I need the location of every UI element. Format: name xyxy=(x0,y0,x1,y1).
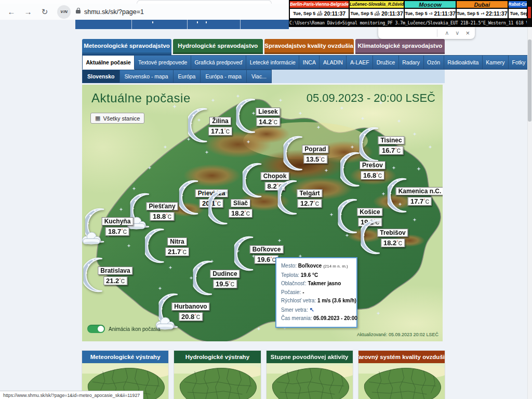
wind-direction-icon: ↖ xyxy=(309,307,314,313)
temp-unit-letter: C xyxy=(123,229,127,235)
temp-unit-letter: C xyxy=(274,119,277,125)
info-weather: - xyxy=(302,289,304,295)
sub-tab-kamery[interactable]: Kamery xyxy=(483,55,509,70)
panel-minimap xyxy=(358,363,445,399)
clock-moscow: MoscowTue, Sep 5+321:11:37 xyxy=(405,1,456,18)
clock-date: Tue, Sep 5 xyxy=(457,11,479,16)
find-close-button[interactable]: × xyxy=(466,30,470,36)
animation-toggle[interactable] xyxy=(87,325,105,333)
browser-tab[interactable] xyxy=(137,0,272,4)
terminal-line[interactable]: C:\Users\Roman Dávid>Signal monitoring_P… xyxy=(289,18,532,27)
clock-overlay-window[interactable]: Berlin-Paris-Vienna-BelgradeTue, Sep 5+1… xyxy=(289,0,532,27)
info-cloud: Takmer jasno xyxy=(308,281,341,286)
info-city-label: Mesto: xyxy=(281,263,297,269)
scrollbar-thumb[interactable] xyxy=(528,39,531,122)
station-liesek[interactable]: Liesek14.2°C xyxy=(256,107,280,126)
back-button[interactable]: ← xyxy=(5,6,18,18)
sub-tab-aktu-lne-po-asie[interactable]: Aktuálne počasie xyxy=(82,55,135,70)
vpn-extension-icon[interactable]: V/N xyxy=(57,5,71,19)
station-hurbanovo[interactable]: Hurbanovo20.8°C xyxy=(171,301,209,321)
temp-unit-letter: C xyxy=(425,199,429,205)
moon-icon xyxy=(188,107,215,144)
region-tab-eur-pa[interactable]: Európa xyxy=(174,70,201,83)
page-content: Meteorologické spravodajstvoHydrologické… xyxy=(82,39,445,341)
clock-title: Moscow xyxy=(405,1,456,8)
temp-unit-letter: C xyxy=(168,214,171,220)
utc-offset: +1DST xyxy=(375,11,380,16)
find-previous-button[interactable]: ∧ xyxy=(445,30,449,36)
reload-button[interactable]: ↻ xyxy=(38,6,51,18)
info-temp: 19.6 °C xyxy=(301,272,318,278)
info-time-label: Čas merania: xyxy=(281,315,312,321)
main-tabs: Meteorologické spravodajstvoHydrologické… xyxy=(82,39,445,54)
station-telg-rt[interactable]: Telgárt12.7°C xyxy=(297,188,322,208)
temp-unit-letter: C xyxy=(121,278,125,284)
sub-tab-grafick-predpove[interactable]: Grafická predpoveď xyxy=(191,55,246,70)
address-bar[interactable]: shmu.sk/sk/?page=1 xyxy=(84,8,144,16)
clock-berlin-paris-vienna-belgrade: Berlin-Paris-Vienna-BelgradeTue, Sep 5+1… xyxy=(290,1,349,18)
region-tab-viac[interactable]: Viac... xyxy=(247,70,272,83)
station-bratislava[interactable]: Bratislava21.2°C xyxy=(98,265,132,285)
moon-icon xyxy=(340,151,367,188)
sub-tab-textov-predpovede[interactable]: Textové predpovede xyxy=(135,55,191,70)
info-cloud-label: Oblačnosť: xyxy=(281,281,307,286)
panel-title: Stupne povodňovej aktivity xyxy=(267,351,353,363)
sub-tab-radary[interactable]: Radary xyxy=(399,55,424,70)
station-dudince[interactable]: Dudince19.5°C xyxy=(210,269,240,288)
panel-minimap xyxy=(267,363,353,399)
panel-stupne-povod-ovej-aktivity[interactable]: Stupne povodňovej aktivity xyxy=(267,351,353,399)
station-kuchy-a[interactable]: Kuchyňa18.7°C xyxy=(102,216,134,236)
clock-date: Tue, Sep 5 xyxy=(405,11,427,16)
main-tab-spravodajstvo-kvality-ovzdu-ia[interactable]: Spravodajstvo kvality ovzdušia xyxy=(264,39,354,54)
moon-icon xyxy=(243,162,270,199)
sub-tab-a-laef[interactable]: A-LAEF xyxy=(347,55,373,70)
sub-tab-inca[interactable]: INCA xyxy=(299,55,320,70)
main-tab-hydrologick-spravodajstvo[interactable]: Hydrologické spravodajstvo xyxy=(173,39,262,54)
main-tab-meteorologick-spravodajstvo[interactable]: Meteorologické spravodajstvo xyxy=(82,39,171,54)
panel-title: Hydrologické výstrahy xyxy=(174,351,260,363)
moon-icon xyxy=(234,235,261,272)
moon-icon xyxy=(236,97,263,135)
moon-icon xyxy=(145,227,172,264)
region-tab-slovensko-mapa[interactable]: Slovensko - mapa xyxy=(120,70,174,83)
find-next-button[interactable]: ∨ xyxy=(455,30,459,36)
scrollbar-track[interactable] xyxy=(527,27,532,399)
station-trebi-ov[interactable]: Trebišov18.2°C xyxy=(377,228,408,247)
station-nitra[interactable]: Nitra21.7°C xyxy=(165,236,189,256)
clock-title: Dubai xyxy=(457,1,508,8)
sub-tab-oz-n[interactable]: Ozón xyxy=(424,55,444,70)
site-navbar[interactable] xyxy=(75,20,289,29)
clock-time-row: Tue, Sep 5+422:11:37 xyxy=(457,8,508,18)
sub-tab-dru-ice[interactable]: Družice xyxy=(373,55,399,70)
station-poprad[interactable]: Poprad13.5°C xyxy=(302,144,328,164)
animation-toggle-row: Animácia ikon počasia xyxy=(87,325,161,333)
sub-tab-aladin[interactable]: ALADIN xyxy=(320,55,347,70)
temp-unit-letter: C xyxy=(378,173,382,179)
station-tisinec[interactable]: Tisinec16.7°C xyxy=(378,135,404,155)
main-tab-klimatologick-spravodajstvo[interactable]: Klimatologické spravodajstvo xyxy=(355,39,445,54)
sub-tab-leteck-inform-cie[interactable]: Letecké informácie xyxy=(246,55,299,70)
info-dir-label: Smer vetra: xyxy=(281,307,308,313)
station-pre-ov[interactable]: Prešov16.8°C xyxy=(360,160,385,180)
sub-tab-fotky[interactable]: Fotky xyxy=(509,55,529,70)
clock-title: Lučenec-Slovakia_R.Dávid xyxy=(350,1,404,8)
moon-icon xyxy=(208,189,235,226)
sub-tab-r-dioaktivita[interactable]: Rádioaktivita xyxy=(444,55,483,70)
panel-varovn-syst-m-kvality-ovzdu-ia[interactable]: Varovný systém kvality ovzdušia xyxy=(358,351,445,399)
temp-unit-letter: C xyxy=(315,201,319,207)
station-pie-any[interactable]: Piešťany18.8°C xyxy=(146,201,178,221)
region-tab-eur-pa-mapa[interactable]: Európa - mapa xyxy=(201,70,246,83)
station-kamenica-n-c[interactable]: Kamenica n.C.17.7°C xyxy=(396,186,443,206)
status-bar-link-preview: https://www.shmu.sk/sk/?page=1&id=meteo_… xyxy=(0,391,143,399)
toggle-knob xyxy=(98,326,104,332)
panel-hydrologick-v-strahy[interactable]: Hydrologické výstrahy xyxy=(174,351,260,399)
clock-time-value: 20:11:37 xyxy=(381,10,403,17)
forward-button[interactable]: → xyxy=(22,6,34,18)
all-stations-button[interactable]: ▦ Všetky stanice xyxy=(90,113,144,124)
temp-unit-letter: C xyxy=(226,129,230,135)
station-ilina[interactable]: Žilina17.1°C xyxy=(208,116,232,136)
station-slia[interactable]: Sliač18.2°C xyxy=(229,198,252,218)
lock-icon[interactable] xyxy=(76,10,81,14)
moon-icon xyxy=(361,218,388,256)
region-tab-slovensko[interactable]: Slovensko xyxy=(82,70,120,83)
